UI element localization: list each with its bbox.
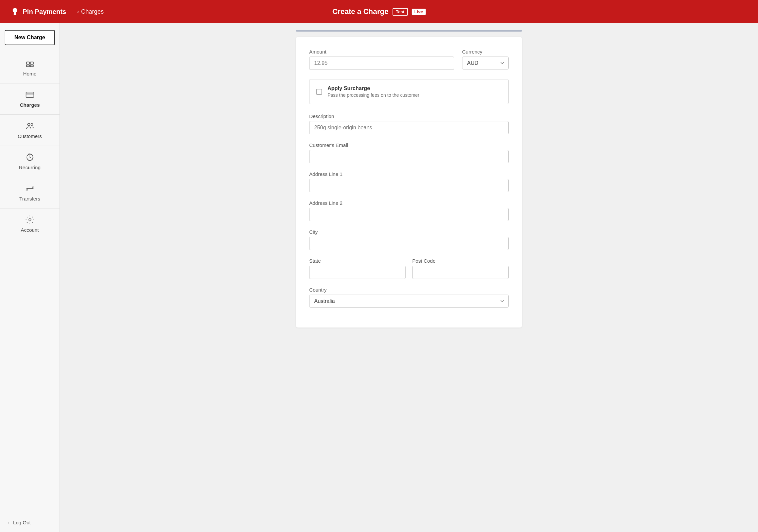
currency-select[interactable]: AUD USD GBP NZD EUR: [462, 57, 509, 69]
address1-label: Address Line 1: [309, 171, 509, 177]
test-badge[interactable]: Test: [392, 8, 408, 16]
charges-icon: [25, 90, 35, 99]
logo-text: Pin Payments: [23, 8, 66, 16]
back-link[interactable]: ‹ Charges: [77, 8, 104, 15]
form-container: Amount Currency AUD USD GBP NZD EUR: [286, 23, 532, 347]
home-icon: [25, 59, 35, 68]
live-badge[interactable]: Live: [412, 9, 426, 15]
logo-icon: [11, 7, 19, 16]
svg-rect-2: [26, 65, 29, 67]
sidebar-nav: Home Charges Customers: [0, 52, 60, 239]
description-input[interactable]: [309, 121, 509, 134]
state-postcode-row: State Post Code: [309, 258, 509, 279]
currency-field-group: Currency AUD USD GBP NZD EUR: [462, 49, 509, 70]
sidebar-item-home[interactable]: Home: [0, 52, 60, 83]
main-content: Amount Currency AUD USD GBP NZD EUR: [60, 23, 758, 532]
state-label: State: [309, 258, 406, 264]
logout-label: ← Log Out: [7, 520, 31, 525]
amount-field-group: Amount: [309, 49, 454, 70]
svg-point-7: [31, 123, 33, 125]
sidebar-item-account[interactable]: Account: [0, 208, 60, 239]
description-field-group: Description: [309, 113, 509, 134]
email-field-group: Customer's Email: [309, 142, 509, 163]
amount-input[interactable]: [309, 57, 454, 70]
sidebar-item-transfers-label: Transfers: [19, 196, 40, 201]
customers-icon: [25, 121, 35, 131]
sidebar: New Charge Home Charges: [0, 23, 60, 532]
svg-rect-3: [30, 65, 33, 67]
sidebar-item-recurring[interactable]: Recurring: [0, 146, 60, 177]
svg-point-6: [28, 123, 30, 126]
address2-input[interactable]: [309, 208, 509, 221]
account-icon: [25, 215, 35, 224]
amount-currency-row: Amount Currency AUD USD GBP NZD EUR: [309, 49, 509, 70]
svg-rect-1: [30, 62, 33, 64]
postcode-input[interactable]: [412, 266, 509, 279]
city-label: City: [309, 229, 509, 235]
sidebar-item-customers[interactable]: Customers: [0, 114, 60, 146]
svg-rect-4: [26, 92, 34, 97]
postcode-label: Post Code: [412, 258, 509, 264]
svg-rect-0: [26, 62, 29, 64]
back-label: Charges: [81, 8, 104, 15]
address2-field-group: Address Line 2: [309, 200, 509, 221]
description-label: Description: [309, 113, 509, 119]
country-label: Country: [309, 287, 509, 293]
sidebar-item-customers-label: Customers: [18, 133, 42, 139]
transfers-icon: [25, 184, 35, 193]
layout: New Charge Home Charges: [0, 23, 758, 532]
sidebar-item-charges-label: Charges: [20, 102, 40, 108]
progress-bar: [296, 30, 522, 32]
email-label: Customer's Email: [309, 142, 509, 148]
sidebar-item-transfers[interactable]: Transfers: [0, 177, 60, 208]
logo: Pin Payments: [11, 7, 70, 16]
form-card: Amount Currency AUD USD GBP NZD EUR: [296, 37, 522, 328]
address2-label: Address Line 2: [309, 200, 509, 206]
sidebar-item-account-label: Account: [21, 227, 39, 233]
surcharge-desc: Pass the processing fees on to the custo…: [327, 92, 419, 98]
country-select[interactable]: Australia New Zealand United States Unit…: [309, 295, 509, 308]
surcharge-title: Apply Surcharge: [327, 85, 419, 91]
email-input[interactable]: [309, 150, 509, 163]
city-input[interactable]: [309, 237, 509, 250]
state-field-group: State: [309, 258, 406, 279]
page-title-container: Create a Charge Test Live: [332, 7, 426, 16]
address1-field-group: Address Line 1: [309, 171, 509, 192]
currency-label: Currency: [462, 49, 509, 55]
city-field-group: City: [309, 229, 509, 250]
back-arrow-icon: ‹: [77, 8, 79, 15]
surcharge-checkbox[interactable]: [316, 89, 322, 95]
sidebar-item-charges[interactable]: Charges: [0, 83, 60, 114]
postcode-field-group: Post Code: [412, 258, 509, 279]
svg-point-10: [29, 219, 31, 221]
sidebar-item-recurring-label: Recurring: [19, 165, 41, 170]
address1-input[interactable]: [309, 179, 509, 192]
amount-label: Amount: [309, 49, 454, 55]
header: Pin Payments ‹ Charges Create a Charge T…: [0, 0, 758, 23]
page-title: Create a Charge: [332, 7, 389, 16]
state-input[interactable]: [309, 266, 406, 279]
recurring-icon: [25, 153, 35, 162]
country-field-group: Country Australia New Zealand United Sta…: [309, 287, 509, 308]
logout-item[interactable]: ← Log Out: [0, 513, 60, 532]
surcharge-text: Apply Surcharge Pass the processing fees…: [327, 85, 419, 98]
new-charge-button[interactable]: New Charge: [5, 30, 55, 45]
surcharge-box[interactable]: Apply Surcharge Pass the processing fees…: [309, 79, 509, 104]
sidebar-item-home-label: Home: [23, 71, 36, 76]
